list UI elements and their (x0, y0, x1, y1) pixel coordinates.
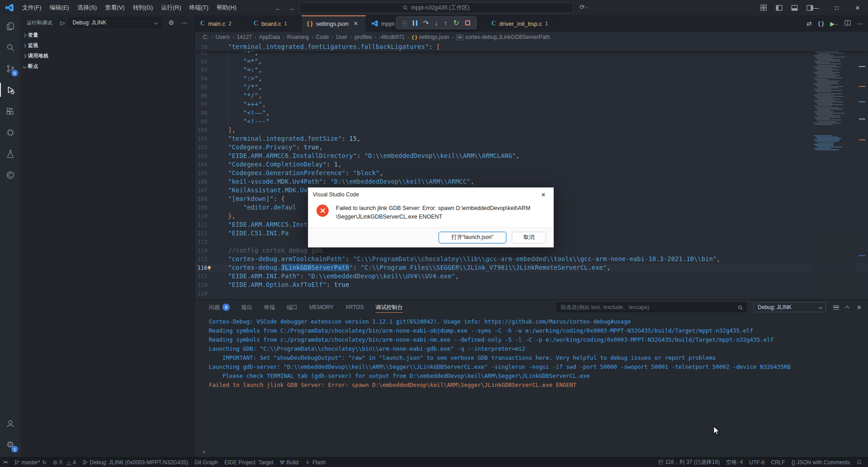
codegeex-activity-item[interactable] (0, 164, 20, 186)
panel-tab-终端[interactable]: 终端 (264, 300, 275, 315)
step-over-icon[interactable]: ↷ (423, 19, 429, 26)
debug-console[interactable]: Cortex-Debug: VSCode debugger extension … (195, 315, 868, 445)
statusbar-indentation[interactable]: 空格: 4 (723, 457, 746, 467)
breadcrumb-item[interactable]: 14127 (237, 34, 252, 40)
section-监视[interactable]: 监视 (20, 40, 194, 51)
compare-changes-icon[interactable]: ⇄ (807, 20, 812, 27)
breadcrumb-item[interactable]: AppData (259, 34, 280, 40)
maximize-panel-icon[interactable] (846, 306, 849, 309)
statusbar-build[interactable]: ⚒Build (277, 457, 302, 467)
search-activity-item[interactable] (0, 37, 20, 58)
breadcrumb-item[interactable]: profiles (354, 34, 372, 40)
back-icon[interactable]: ← (275, 4, 282, 12)
pause-icon[interactable] (413, 20, 417, 26)
statusbar-flash[interactable]: Flash (302, 457, 329, 467)
menu-item-E[interactable]: 编辑(E) (46, 0, 73, 15)
stop-icon[interactable] (465, 20, 470, 25)
overview-ruler[interactable] (855, 43, 868, 299)
menu-item-G[interactable]: 转到(G) (129, 0, 157, 15)
panel-tab-输出[interactable]: 输出 (241, 300, 252, 315)
start-debug-icon[interactable]: ▷ (61, 19, 65, 26)
code-editor[interactable]: 91 "*",92 "=*",93 "=:",94 ":>",95 "/*",9… (195, 43, 868, 299)
section-调用堆栈[interactable]: 调用堆栈 (20, 51, 194, 61)
statusbar-notifications[interactable] (853, 457, 865, 467)
run-file-icon[interactable]: ▶⌄ (830, 20, 838, 27)
close-button[interactable]: ✕ (847, 0, 868, 15)
toggle-panel-icon[interactable] (788, 2, 800, 14)
menu-item-V[interactable]: 查看(V) (101, 0, 128, 15)
statusbar-remote[interactable]: >< (0, 457, 11, 467)
dialog-close-icon[interactable]: ✕ (538, 191, 549, 198)
debug-session-dropdown[interactable]: Debug: JLINK (754, 302, 826, 312)
open-launch-json-button[interactable]: 打开“launch.json” (439, 232, 506, 243)
run-debug-activity-item[interactable] (0, 79, 20, 100)
close-icon[interactable]: ✕ (354, 20, 358, 27)
breadcrumb[interactable]: C:›Users›14127›AppData›Roaming›Code›User… (195, 32, 868, 43)
menu-item-T[interactable]: 终端(T) (185, 0, 212, 15)
statusbar-git-graph[interactable]: Git Graph (191, 457, 221, 467)
statusbar-branch[interactable]: master*↻ (11, 457, 50, 467)
refresh-icon[interactable]: ⟳⌄ (580, 3, 588, 10)
restart-icon[interactable]: ↻ (453, 19, 459, 27)
minimap[interactable] (812, 43, 855, 299)
extensions-activity-item[interactable] (0, 100, 20, 122)
debug-config-dropdown[interactable]: Debug: JLINK (69, 18, 161, 28)
statusbar-problems[interactable]: ⊘0△4 (50, 457, 79, 467)
breadcrumb-item[interactable]: C: (203, 34, 208, 40)
panel-tab-XRTOS[interactable]: XRTOS (345, 300, 364, 315)
restore-button[interactable]: □ (826, 0, 847, 15)
tab-settingsjson[interactable]: { }settings.json✕ (302, 15, 366, 32)
statusbar-debug-status[interactable]: Debug: JLINK (0x0003-MPPT-N32G435) (79, 457, 191, 467)
minimize-button[interactable]: — (806, 0, 826, 15)
menu-item-H[interactable]: 帮助(H) (212, 0, 241, 15)
split-editor-icon[interactable] (844, 20, 851, 27)
flask-activity-item[interactable] (0, 143, 20, 164)
section-断点[interactable]: 断点 (20, 61, 194, 71)
menu-item-S[interactable]: 选择(S) (73, 0, 101, 15)
breadcrumb-item[interactable]: Users (216, 34, 230, 40)
output-actions-icon[interactable] (833, 305, 839, 310)
drag-grip-icon[interactable] (402, 20, 407, 26)
explorer-activity-item[interactable] (0, 15, 20, 37)
settings-gear-activity-item[interactable]: ⚙1 (0, 434, 20, 455)
repl-prompt-icon[interactable]: › (203, 448, 205, 455)
more-actions-icon[interactable]: ⋯ (181, 19, 188, 26)
step-into-icon[interactable]: ↓ (435, 19, 439, 26)
grid-layout-icon[interactable] (758, 2, 769, 14)
statusbar-language-mode[interactable]: {} JSON with Comments (788, 457, 853, 467)
account-activity-item[interactable] (0, 413, 20, 434)
statusbar-encoding[interactable]: UTF-8 (746, 457, 768, 467)
cancel-button[interactable]: 取消 (512, 232, 546, 243)
panel-tab-端口[interactable]: 端口 (287, 300, 297, 315)
breadcrumb-item[interactable]: Roaming (287, 34, 309, 40)
close-panel-icon[interactable]: ✕ (857, 304, 862, 311)
tab-boardc[interactable]: Cboard.c1 (248, 15, 302, 32)
statusbar-eol[interactable]: CRLF (768, 457, 788, 467)
lightbulb-icon[interactable] (207, 265, 212, 271)
breadcrumb-item[interactable]: User (336, 34, 347, 40)
panel-tab-问题[interactable]: 问题4 (209, 300, 230, 315)
step-out-icon[interactable]: ↑ (444, 19, 448, 26)
breadcrumb-symbol[interactable]: cortex-debug.JLinkGDBServerPath (465, 34, 550, 40)
source-control-activity-item[interactable]: 5 (0, 58, 20, 79)
open-settings-ui-icon[interactable]: { } (818, 20, 824, 27)
command-center[interactable]: mppt-n32g435 (工作区) (299, 2, 573, 13)
toggle-sidebar-icon[interactable] (773, 2, 785, 14)
statusbar-eide-project[interactable]: EIDE Project: Target (221, 457, 277, 467)
tab-driver_init_bspc[interactable]: Cdriver_init_bsp.c1 (486, 15, 558, 32)
console-filter-input[interactable] (557, 302, 746, 312)
breadcrumb-file[interactable]: settings.json (419, 34, 449, 40)
gear-icon[interactable]: ⚙ (169, 19, 175, 26)
tab-mainc[interactable]: Cmain.c2 (195, 15, 248, 32)
breadcrumb-item[interactable]: -46cdb971 (379, 34, 405, 40)
section-变量[interactable]: 变量 (20, 30, 194, 40)
panel-tab-调试控制台[interactable]: 调试控制台 (376, 300, 403, 315)
statusbar-cursor-position[interactable]: 行 116，列 37 (已选择18) (655, 457, 723, 467)
more-actions-icon[interactable]: ⋯ (857, 20, 863, 27)
chip-activity-item[interactable] (0, 122, 20, 143)
menu-item-R[interactable]: 运行(R) (157, 0, 185, 15)
breadcrumb-item[interactable]: Code (316, 34, 329, 40)
menu-item-F[interactable]: 文件(F) (18, 0, 46, 15)
forward-icon[interactable]: → (288, 4, 295, 12)
panel-tab-MEMORY[interactable]: MEMORY (309, 300, 334, 315)
